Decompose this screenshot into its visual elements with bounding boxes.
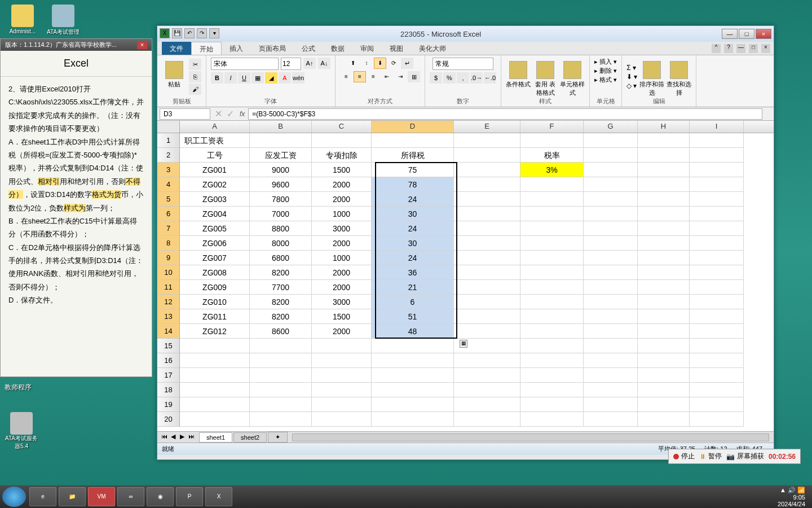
cell-C3[interactable]: 1500 [312,163,372,177]
cell-A11[interactable]: ZG009 [180,280,250,295]
cell[interactable] [584,339,638,353]
tray-icons[interactable]: ▲ 🔊 📶 [780,487,805,493]
cell[interactable] [690,133,744,148]
start-button[interactable] [2,487,26,507]
row-header[interactable]: 12 [157,295,180,309]
qat-dropdown[interactable]: ▾ [209,28,219,38]
col-header-G[interactable]: G [584,121,638,133]
tab-review[interactable]: 审阅 [352,42,382,55]
autosum-button[interactable]: Σ ▾ [626,64,637,72]
minimize-button[interactable]: — [722,29,738,39]
cell[interactable] [250,368,312,383]
find-select-button[interactable]: 查找和选择 [667,59,691,95]
ata-server-icon[interactable]: ATA考试服务器5.4 [5,412,38,450]
cell[interactable] [638,251,690,265]
panel-close-button[interactable]: × [137,41,147,49]
tab-data[interactable]: 数据 [323,42,352,55]
system-tray[interactable]: ▲ 🔊 📶 9:05 2024/4/24 [778,487,810,507]
clear-button[interactable]: ◇ ▾ [626,82,637,90]
cell[interactable] [180,353,250,368]
horizontal-scrollbar[interactable] [292,433,769,441]
fill-button[interactable]: ⬇ ▾ [626,73,637,81]
tab-layout[interactable]: 页面布局 [251,42,294,55]
cell[interactable] [690,148,744,163]
row-header[interactable]: 15 [157,339,180,353]
cell[interactable] [638,368,690,383]
fx-icon[interactable]: fx [236,110,248,118]
cell[interactable] [454,133,520,148]
excel-icon[interactable]: X [160,28,170,38]
close-button[interactable]: × [756,29,771,39]
cell[interactable] [454,397,520,412]
col-header-E[interactable]: E [454,121,520,133]
cell[interactable] [180,368,250,383]
cell-B8[interactable]: 8000 [250,236,312,251]
cell[interactable] [690,192,744,207]
cell-D9[interactable]: 24 [372,251,454,265]
sheet-tab-1[interactable]: sheet1 [199,432,232,443]
row-header[interactable]: 17 [157,368,180,383]
cell-C2[interactable]: 专项扣除 [312,148,372,163]
sheet-nav-next[interactable]: ▶ [178,433,187,442]
maximize-button[interactable]: □ [739,29,754,39]
cell[interactable] [520,368,584,383]
cell[interactable] [690,309,744,324]
cell-A14[interactable]: ZG012 [180,324,250,339]
sort-filter-button[interactable]: 排序和筛选 [639,59,664,95]
cell-B3[interactable]: 9000 [250,163,312,177]
align-center-button[interactable]: ≡ [354,71,366,82]
pause-record-button[interactable]: ⏸暂停 [699,452,722,461]
cell[interactable] [520,280,584,295]
cell[interactable] [454,353,520,368]
col-header-I[interactable]: I [690,121,744,133]
cell[interactable] [520,295,584,309]
table-format-button[interactable]: 套用 表格格式 [533,59,558,95]
cell-C14[interactable]: 2000 [312,324,372,339]
cell[interactable] [638,177,690,192]
cell-D10[interactable]: 36 [372,265,454,280]
cell[interactable] [372,368,454,383]
cell[interactable] [638,265,690,280]
workbook-close[interactable]: × [761,44,770,53]
cell[interactable] [690,412,744,427]
cell-D5[interactable]: 24 [372,192,454,207]
col-header-A[interactable]: A [180,121,250,133]
cell[interactable] [372,383,454,397]
cell[interactable] [584,280,638,295]
cell[interactable] [454,163,520,177]
panel-content[interactable]: 2、请使用Excel2010打开C:\Kaoshi\xls\223055.xls… [1,77,152,370]
workbook-restore[interactable]: □ [749,44,758,53]
row-header[interactable]: 1 [157,133,180,148]
taskbar-powerpoint[interactable]: P [176,487,203,506]
cell[interactable] [250,397,312,412]
cell[interactable] [690,324,744,339]
cell[interactable] [638,353,690,368]
cell[interactable] [520,412,584,427]
cell-D14[interactable]: 48 [372,324,454,339]
cell[interactable] [520,221,584,236]
row-header[interactable]: 4 [157,177,180,192]
row-header[interactable]: 8 [157,236,180,251]
col-header-H[interactable]: H [638,121,690,133]
row-header[interactable]: 7 [157,221,180,236]
col-header-D[interactable]: D [372,121,454,133]
cell[interactable] [638,412,690,427]
cell[interactable] [520,251,584,265]
cell[interactable] [372,133,454,148]
cell[interactable] [690,265,744,280]
cell-D2[interactable]: 所得税 [372,148,454,163]
col-header-F[interactable]: F [520,121,584,133]
formula-input[interactable] [248,108,762,120]
cell[interactable] [520,324,584,339]
cell[interactable] [180,383,250,397]
autofill-handle-icon[interactable]: ▦ [460,340,467,348]
cell[interactable] [180,397,250,412]
new-sheet-button[interactable]: ✦ [268,432,288,443]
desktop-icon-ata[interactable]: ATA考试管理 [46,5,80,36]
cell[interactable] [312,397,372,412]
format-cells-button[interactable]: ▸ 格式 ▾ [594,76,617,84]
grow-font-button[interactable]: A↑ [303,58,316,69]
screen-capture-button[interactable]: 📷屏幕捕获 [726,452,764,461]
increase-indent-button[interactable]: ⇥ [394,71,407,82]
accept-formula-icon[interactable]: ✓ [224,108,236,119]
